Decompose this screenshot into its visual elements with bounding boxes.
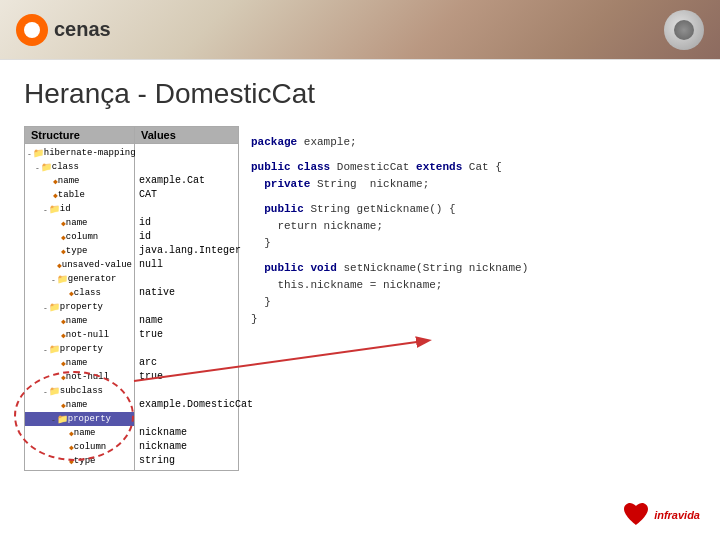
expand-icon[interactable]: - [43, 303, 48, 312]
code-line: this.nickname = nickname; [251, 277, 684, 294]
two-col-layout: Structure Values - 📁 hibernate-mapping [24, 126, 696, 471]
node-label: property [60, 302, 103, 312]
code-normal: String nickname; [310, 178, 429, 190]
code-line: return nickname; [251, 218, 684, 235]
code-normal: return nickname; [251, 220, 383, 232]
code-keyword: public class [251, 161, 330, 173]
code-line: package example; [251, 134, 684, 151]
tree-row[interactable]: ◆ unsaved-value [25, 258, 134, 272]
panel-headers: Structure Values [25, 127, 238, 144]
node-label: type [74, 456, 96, 466]
node-label: class [52, 162, 79, 172]
tree-row[interactable]: ◆ name [25, 314, 134, 328]
code-line [251, 193, 684, 201]
cenas-logo-icon [16, 14, 48, 46]
tree-values-container: - 📁 hibernate-mapping - 📁 class [25, 144, 238, 470]
tree-row[interactable]: - 📁 generator [25, 272, 134, 286]
tree-row[interactable]: ◆ table [25, 188, 134, 202]
code-line: public void setNickname(String nickname) [251, 260, 684, 277]
folder-icon: 📁 [57, 274, 68, 285]
expand-icon[interactable]: - [51, 275, 56, 284]
tree-row[interactable]: ◆ name [25, 356, 134, 370]
tree-row[interactable]: - 📁 property [25, 342, 134, 356]
code-line [251, 252, 684, 260]
tree-row[interactable]: ◆ column [25, 230, 134, 244]
node-label: name [74, 428, 96, 438]
folder-icon: 📁 [49, 204, 60, 215]
folder-icon: 📁 [57, 414, 68, 425]
code-normal: } [251, 313, 258, 325]
tree-column: - 📁 hibernate-mapping - 📁 class [25, 144, 135, 470]
node-label: unsaved-value [62, 260, 132, 270]
tree-row[interactable]: ◆ type [25, 454, 134, 468]
xml-tree-panel: Structure Values - 📁 hibernate-mapping [24, 126, 239, 471]
code-keyword: extends [416, 161, 462, 173]
tree-row[interactable]: - 📁 class [25, 160, 134, 174]
expand-icon[interactable]: - [51, 415, 56, 424]
node-label: name [66, 218, 88, 228]
code-normal: this.nickname = nickname; [251, 279, 442, 291]
code-line: public String getNickname() { [251, 201, 684, 218]
node-label: subclass [60, 386, 103, 396]
tree-row[interactable]: ◆ name [25, 174, 134, 188]
node-label: name [66, 400, 88, 410]
folder-icon: 📁 [49, 302, 60, 313]
tree-row[interactable]: ◆ name [25, 398, 134, 412]
expand-icon[interactable]: - [43, 345, 48, 354]
code-panel: package example; public class DomesticCa… [239, 126, 696, 471]
code-keyword: package [251, 136, 297, 148]
node-label: name [58, 176, 80, 186]
page-title: Herança - DomesticCat [24, 78, 696, 110]
code-normal: DomesticCat [330, 161, 416, 173]
folder-icon: 📁 [49, 344, 60, 355]
expand-icon[interactable]: - [43, 387, 48, 396]
node-label: property [68, 414, 111, 424]
structure-header: Structure [25, 127, 135, 143]
node-label: name [66, 358, 88, 368]
infravida-text: infravida [654, 509, 700, 521]
code-keyword: public [251, 203, 304, 215]
cesar-logo-icon [664, 10, 704, 50]
node-label: name [66, 316, 88, 326]
tree-row-highlighted[interactable]: - 📁 property [25, 412, 134, 426]
node-label: not-null [66, 330, 109, 340]
infravida-logo: infravida [622, 502, 700, 528]
code-normal: String getNickname() { [304, 203, 456, 215]
tree-row[interactable]: - 📁 subclass [25, 384, 134, 398]
tree-row[interactable]: ◆ class [25, 286, 134, 300]
folder-icon: 📁 [49, 386, 60, 397]
code-line: public class DomesticCat extends Cat { [251, 159, 684, 176]
code-normal: } [251, 237, 271, 249]
folder-icon: 📁 [33, 148, 44, 159]
code-keyword: void [310, 262, 336, 274]
node-label: type [66, 246, 88, 256]
main-content: Herança - DomesticCat Structure Values - [0, 60, 720, 481]
code-line [251, 151, 684, 159]
code-normal: } [251, 296, 271, 308]
tree-row[interactable]: ◆ type [25, 244, 134, 258]
node-label: generator [68, 274, 117, 284]
node-label: class [74, 288, 101, 298]
tree-row[interactable]: ◆ name [25, 216, 134, 230]
tree-row[interactable]: - 📁 id [25, 202, 134, 216]
tree-row[interactable]: ◆ column [25, 440, 134, 454]
node-label: column [74, 442, 106, 452]
code-line: } [251, 294, 684, 311]
content-wrapper: Structure Values - 📁 hibernate-mapping [24, 126, 696, 471]
values-header: Values [135, 127, 238, 143]
folder-icon: 📁 [41, 162, 52, 173]
expand-icon[interactable]: - [27, 149, 32, 158]
tree-row[interactable]: ◆ not-null [25, 328, 134, 342]
header: cenas [0, 0, 720, 60]
code-line: } [251, 311, 684, 328]
code-line: } [251, 235, 684, 252]
tree-row[interactable]: ◆ name [25, 426, 134, 440]
cenas-logo-text: cenas [54, 18, 111, 41]
tree-row[interactable]: ◆ not-null [25, 370, 134, 384]
expand-icon[interactable]: - [43, 205, 48, 214]
node-label: id [60, 204, 71, 214]
tree-row[interactable]: - 📁 property [25, 300, 134, 314]
node-label: column [66, 232, 98, 242]
expand-icon[interactable]: - [35, 163, 40, 172]
tree-row[interactable]: - 📁 hibernate-mapping [25, 146, 134, 160]
